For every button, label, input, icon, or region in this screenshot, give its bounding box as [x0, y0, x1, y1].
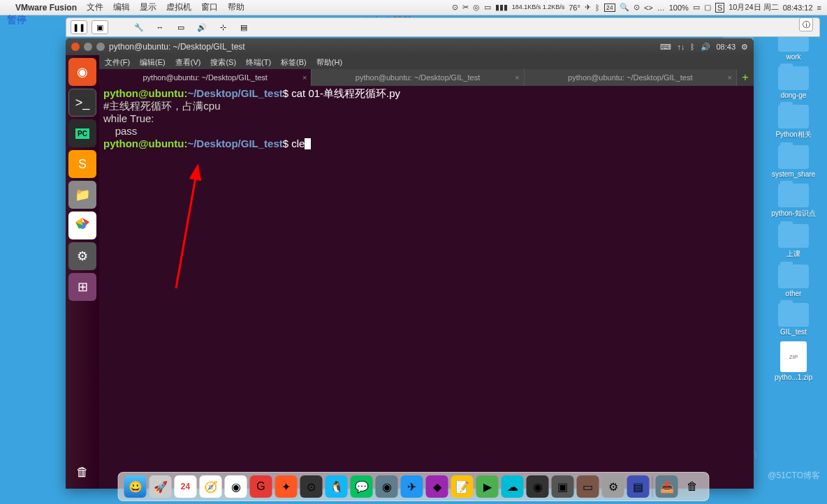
close-icon[interactable]: × — [515, 73, 519, 82]
dock-app7-icon[interactable]: ▶ — [476, 475, 499, 498]
dock-downloads-icon[interactable]: 📥 — [656, 475, 678, 498]
launcher-files-icon[interactable]: 📁 — [68, 181, 96, 209]
window-min-button[interactable] — [84, 43, 92, 51]
launcher-dash-icon[interactable]: ◉ — [68, 58, 96, 86]
scissors-icon[interactable]: ✂ — [462, 3, 469, 12]
dock-chrome-icon[interactable]: ◉ — [225, 475, 247, 498]
desktop-folder-dongge[interactable]: dong-ge — [766, 66, 821, 99]
dock-prefs-icon[interactable]: ⚙ — [602, 475, 624, 498]
vm-tool-3[interactable]: ▭ — [173, 20, 189, 34]
s-icon[interactable]: S — [715, 3, 724, 13]
plane-icon[interactable]: ✈ — [585, 3, 591, 12]
desktop-folder-python2[interactable]: python-知识点 — [766, 184, 821, 218]
vm-tool-1[interactable]: 🔧 — [131, 20, 147, 34]
mac-menu-view[interactable]: 显示 — [140, 1, 156, 13]
calendar-icon[interactable]: 24 — [604, 3, 615, 12]
desktop-folder-python[interactable]: Python相关 — [766, 105, 821, 140]
mac-menu-help[interactable]: 帮助 — [228, 1, 244, 13]
vm-tool-4[interactable]: 🔊 — [193, 20, 210, 34]
window-close-button[interactable] — [71, 43, 80, 51]
gear-icon[interactable]: ⚙ — [741, 43, 748, 52]
close-icon[interactable]: × — [302, 73, 307, 82]
battery-bars-icon[interactable]: ▮▮▮ — [495, 3, 508, 12]
dock-app5-icon[interactable]: ✈ — [401, 475, 423, 498]
bt-icon[interactable]: ᛒ — [690, 43, 695, 51]
launcher-pycharm-icon[interactable]: PC — [68, 119, 96, 147]
desktop-folder-other[interactable]: other — [766, 265, 821, 297]
dock-app8-icon[interactable]: ☁ — [502, 475, 524, 498]
term-menu-terminal[interactable]: 终端(T) — [246, 57, 271, 68]
dock-app10-icon[interactable]: ▤ — [627, 475, 650, 498]
dock-app9-icon[interactable]: ▭ — [577, 475, 599, 498]
launcher-settings-icon[interactable]: ⚙ — [68, 242, 96, 270]
time[interactable]: 08:43:12 — [783, 3, 813, 12]
desktop-folder-system[interactable]: system_share — [766, 145, 821, 178]
terminal-tab-1[interactable]: python@ubuntu: ~/Desktop/GIL_test× — [99, 69, 312, 86]
dock-app-icon[interactable]: G — [250, 475, 272, 498]
desktop-folder-class[interactable]: 上课 — [766, 224, 821, 259]
vm-snapshot-button[interactable]: ▣ — [92, 20, 108, 34]
launcher-workspaces-icon[interactable]: ⊞ — [68, 273, 96, 301]
mac-menu-window[interactable]: 窗口 — [201, 1, 218, 13]
vm-info-button[interactable]: ⓘ — [799, 17, 813, 31]
vol-icon[interactable]: … — [657, 3, 665, 12]
launcher-chrome-icon[interactable] — [68, 212, 96, 239]
dock-notes-icon[interactable]: 📝 — [451, 475, 474, 498]
mac-menu-file[interactable]: 文件 — [87, 1, 103, 13]
vm-tool-5[interactable]: ⊹ — [214, 20, 231, 34]
battery-icon[interactable]: ▭ — [693, 3, 700, 12]
term-menu-edit[interactable]: 编辑(E) — [140, 57, 166, 68]
location-icon[interactable]: ◎ — [473, 3, 480, 12]
dock-launchpad-icon[interactable]: 🚀 — [149, 475, 172, 498]
terminal-tab-2[interactable]: python@ubuntu: ~/Desktop/GIL_test× — [312, 69, 524, 86]
dock-wechat-icon[interactable]: 💬 — [351, 475, 373, 498]
term-menu-help[interactable]: 帮助(H) — [316, 57, 342, 68]
cloud-icon[interactable]: ⊙ — [452, 3, 458, 12]
network-icon[interactable]: ↑↓ — [677, 43, 685, 51]
keyboard-icon[interactable]: ⌨ — [660, 43, 671, 52]
nav-icon[interactable]: <> — [644, 3, 653, 12]
dock-app4-icon[interactable]: ◉ — [376, 475, 398, 498]
vm-tool-2[interactable]: ↔ — [152, 20, 168, 34]
term-menu-file[interactable]: 文件(F) — [105, 57, 130, 68]
vm-pause-button[interactable]: ❚❚ — [71, 20, 87, 34]
window-max-button[interactable] — [96, 43, 105, 51]
close-icon[interactable]: × — [728, 73, 732, 82]
battery-pct: 100% — [669, 3, 689, 12]
mac-menu-vm[interactable]: 虚拟机 — [166, 1, 191, 13]
launcher-terminal-icon[interactable]: >_ — [68, 89, 96, 117]
screenshot-icon[interactable]: ▭ — [484, 3, 491, 12]
wifi-icon[interactable]: ⊙ — [634, 3, 640, 12]
launcher-sublime-icon[interactable]: S — [68, 150, 96, 178]
ubuntu-titlebar[interactable]: python@ubuntu: ~/Desktop/GIL_test ⌨ ↑↓ ᛒ… — [66, 38, 754, 55]
screen-icon[interactable]: ▢ — [704, 3, 711, 12]
desktop-folder-gil[interactable]: GIL_test — [766, 303, 821, 336]
dock-app6-icon[interactable]: ◆ — [426, 475, 448, 498]
app-name[interactable]: VMware Fusion — [15, 3, 77, 13]
vm-tool-6[interactable]: ▤ — [235, 20, 252, 34]
launcher-trash-icon[interactable]: 🗑 — [68, 458, 96, 486]
new-tab-button[interactable]: + — [737, 71, 754, 84]
terminal-content[interactable]: python@ubuntu:~/Desktop/GIL_test$ cat 01… — [99, 86, 754, 489]
dock-safari-icon[interactable]: 🧭 — [200, 475, 222, 498]
dock-finder-icon[interactable]: 😀 — [124, 475, 147, 498]
term-menu-search[interactable]: 搜索(S) — [210, 57, 236, 68]
term-menu-view[interactable]: 查看(V) — [175, 57, 201, 68]
dock-app3-icon[interactable]: ⊙ — [300, 475, 323, 498]
search-icon[interactable]: 🔍 — [620, 3, 629, 12]
sound-icon[interactable]: 🔊 — [701, 43, 710, 52]
ubuntu-time[interactable]: 08:43 — [716, 43, 735, 51]
term-menu-tabs[interactable]: 标签(B) — [281, 57, 307, 68]
mac-menu-edit[interactable]: 编辑 — [113, 1, 130, 13]
bluetooth-icon[interactable]: ᛒ — [595, 3, 600, 12]
dock-qq-icon[interactable]: 🐧 — [325, 475, 348, 498]
dock-trash-icon[interactable]: 🗑 — [681, 475, 703, 498]
dock-vmware-icon[interactable]: ▣ — [552, 475, 574, 498]
dock-calendar-icon[interactable]: 24 — [175, 475, 197, 498]
dock-obs-icon[interactable]: ◉ — [527, 475, 549, 498]
desktop-file-zip[interactable]: ZIPpytho...1.zip — [766, 341, 821, 381]
date[interactable]: 10月24日 周二 — [729, 2, 779, 13]
terminal-tab-3[interactable]: python@ubuntu: ~/Desktop/GIL_test× — [525, 69, 737, 86]
dock-app2-icon[interactable]: ✦ — [275, 475, 298, 498]
menu-icon[interactable]: ≡ — [817, 3, 821, 12]
